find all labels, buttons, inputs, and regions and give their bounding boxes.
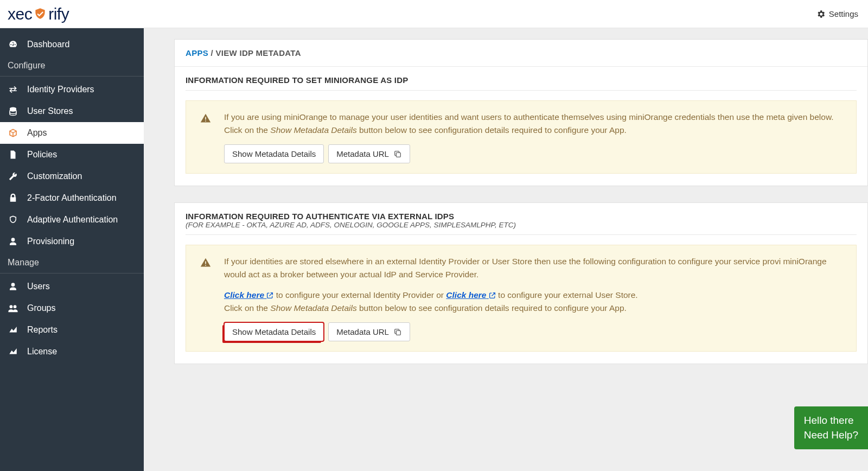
- sidebar-item-customization[interactable]: Customization: [0, 166, 144, 187]
- sidebar-item-user-stores[interactable]: User Stores: [0, 100, 144, 122]
- sidebar-item-groups[interactable]: Groups: [0, 297, 144, 319]
- logo-text-right: rify: [48, 5, 69, 23]
- topbar: xec rify Settings: [0, 0, 868, 28]
- section-subtitle-external-idps: (FOR EXAMPLE - OKTA, AZURE AD, ADFS, ONE…: [186, 221, 857, 235]
- sidebar-item-users[interactable]: Users: [0, 276, 144, 297]
- sidebar-item-label: Policies: [27, 150, 57, 160]
- chart-area-icon: [8, 325, 18, 335]
- user-icon: [8, 282, 18, 291]
- panel-idp-metadata: APPS / VIEW IDP METADATA INFORMATION REQ…: [174, 39, 868, 186]
- warning-icon: [200, 113, 211, 124]
- sidebar-item-provisioning[interactable]: Provisioning: [0, 231, 144, 252]
- sidebar-item-label: Dashboard: [27, 40, 69, 49]
- sidebar-item-label: Groups: [27, 303, 55, 313]
- show-metadata-details-button-external[interactable]: Show Metadata Details: [224, 322, 324, 341]
- breadcrumb-current: VIEW IDP METADATA: [215, 48, 301, 58]
- alert-text-line2: Click here to configure your external Id…: [224, 289, 846, 302]
- sidebar-item-policies[interactable]: Policies: [0, 144, 144, 166]
- metadata-url-label: Metadata URL: [336, 149, 389, 158]
- settings-link[interactable]: Settings: [816, 9, 858, 19]
- copy-icon: [393, 328, 402, 336]
- sidebar-item-2fa[interactable]: 2-Factor Authentication: [0, 187, 144, 209]
- help-line2: Need Help?: [804, 428, 858, 443]
- click-here-idp-link[interactable]: Click here: [224, 290, 273, 300]
- sidebar-item-label: 2-Factor Authentication: [27, 193, 117, 203]
- database-icon: [8, 106, 18, 116]
- lock-icon: [8, 193, 18, 203]
- sidebar-item-label: Provisioning: [27, 237, 74, 246]
- user-icon: [8, 237, 18, 246]
- sidebar-section-configure: Configure: [0, 55, 144, 77]
- sidebar-item-reports[interactable]: Reports: [0, 319, 144, 341]
- logo: xec rify: [8, 5, 69, 23]
- sidebar-item-label: Apps: [27, 128, 47, 138]
- sidebar-item-label: Users: [27, 282, 50, 291]
- sidebar-item-label: User Stores: [27, 106, 73, 116]
- shield-icon: [33, 7, 47, 21]
- svg-point-2: [14, 305, 17, 308]
- sidebar-item-adaptive[interactable]: Adaptive Authentication: [0, 209, 144, 231]
- click-here-userstore-link[interactable]: Click here: [446, 290, 495, 300]
- alert-text-line1: If you are using miniOrange to manage yo…: [224, 111, 846, 124]
- sidebar-item-dashboard[interactable]: Dashboard: [0, 34, 144, 55]
- users-icon: [8, 303, 18, 313]
- sidebar-item-label: License: [27, 347, 57, 357]
- settings-label: Settings: [829, 9, 858, 18]
- svg-rect-4: [396, 330, 400, 335]
- sidebar-item-label: Reports: [27, 325, 58, 335]
- logo-text-left: xec: [8, 5, 32, 23]
- panel-external-idps: INFORMATION REQUIRED TO AUTHENTICATE VIA…: [174, 202, 868, 364]
- sidebar-item-label: Adaptive Authentication: [27, 215, 118, 225]
- sidebar-item-label: Identity Providers: [27, 85, 94, 94]
- exchange-icon: [8, 85, 18, 94]
- chart-area-icon: [8, 347, 18, 357]
- alert-text-line3: Click on the Show Metadata Details butto…: [224, 302, 846, 315]
- help-widget[interactable]: Hello there Need Help?: [794, 406, 868, 449]
- file-icon: [8, 150, 18, 160]
- metadata-url-label: Metadata URL: [336, 327, 389, 336]
- wrench-icon: [8, 171, 18, 181]
- section-title-miniorange-idp: INFORMATION REQUIRED TO SET MINIORANGE A…: [186, 75, 857, 91]
- gear-icon: [816, 9, 826, 19]
- breadcrumb: APPS / VIEW IDP METADATA: [175, 40, 867, 67]
- sidebar-section-manage: Manage: [0, 252, 144, 273]
- breadcrumb-root[interactable]: APPS: [186, 48, 208, 58]
- warning-icon: [200, 257, 211, 268]
- show-metadata-details-button[interactable]: Show Metadata Details: [224, 144, 324, 163]
- alert-text-line1: If your identities are stored elsewhere …: [224, 255, 846, 281]
- copy-icon: [393, 150, 402, 158]
- help-line1: Hello there: [804, 413, 858, 428]
- sidebar-item-apps[interactable]: Apps: [0, 122, 144, 144]
- svg-rect-3: [396, 152, 400, 157]
- sidebar-item-license[interactable]: License: [0, 341, 144, 362]
- metadata-url-button[interactable]: Metadata URL: [328, 144, 410, 163]
- alert-miniorange-idp: If you are using miniOrange to manage yo…: [186, 100, 857, 174]
- dashboard-icon: [8, 40, 18, 49]
- sidebar: Dashboard Configure Identity Providers U…: [0, 28, 144, 471]
- metadata-url-button-external[interactable]: Metadata URL: [328, 322, 410, 341]
- alert-text-line2: Click on the Show Metadata Details butto…: [224, 124, 846, 137]
- breadcrumb-sep: /: [211, 48, 213, 58]
- content-area: APPS / VIEW IDP METADATA INFORMATION REQ…: [144, 28, 868, 471]
- sidebar-item-label: Customization: [27, 171, 82, 181]
- shield-outline-icon: [8, 215, 18, 225]
- alert-external-idps: If your identities are stored elsewhere …: [186, 245, 857, 352]
- sidebar-item-identity-providers[interactable]: Identity Providers: [0, 79, 144, 100]
- svg-point-1: [10, 305, 13, 308]
- box-icon: [8, 128, 18, 138]
